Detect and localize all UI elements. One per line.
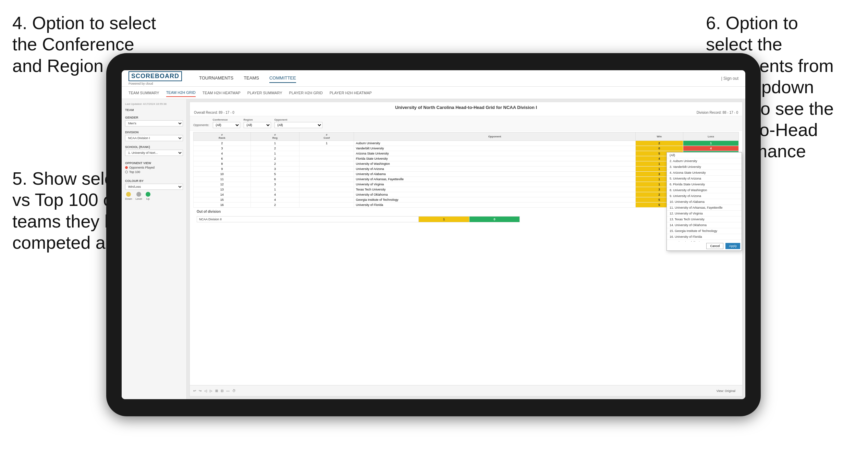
cell-reg: 2 bbox=[250, 161, 299, 167]
colour-dot-up: Up bbox=[146, 192, 150, 200]
overall-record: Overall Record: 89 - 17 - 0 bbox=[194, 111, 234, 114]
table-row: 4 1 Arizona State University 5 1 bbox=[194, 151, 739, 156]
division-select[interactable]: NCAA Division I bbox=[125, 135, 183, 141]
school-label: School (Rank) bbox=[125, 145, 183, 149]
radio-top100-label: Top 100 bbox=[129, 170, 140, 174]
cell-rank: 11 bbox=[194, 177, 251, 182]
cell-reg: 1 bbox=[250, 151, 299, 156]
dropdown-item-4[interactable]: 4. Arizona State University bbox=[667, 170, 742, 176]
gender-section: Gender Men's bbox=[125, 116, 183, 126]
radio-top100[interactable]: Top 100 bbox=[125, 170, 183, 174]
cell-conf bbox=[299, 177, 354, 182]
dropdown-item-3[interactable]: 3. Vanderbilt University bbox=[667, 164, 742, 170]
cell-conf: 1 bbox=[299, 141, 354, 146]
table-body: 2 1 1 Auburn University 2 1 3 2 Vanderbi… bbox=[194, 141, 739, 208]
cell-rank: 15 bbox=[194, 197, 251, 202]
subnav-player-h2h-grid[interactable]: PLAYER H2H GRID bbox=[289, 89, 323, 97]
cell-reg: 2 bbox=[250, 146, 299, 151]
dropdown-item-13[interactable]: 13. Texas Tech University bbox=[667, 217, 742, 222]
dropdown-item-2[interactable]: 2. Auburn University bbox=[667, 158, 742, 164]
dropdown-item-8[interactable]: 8. University of Washington bbox=[667, 187, 742, 193]
subnav-team-summary[interactable]: TEAM SUMMARY bbox=[129, 89, 159, 97]
dropdown-buttons: Cancel Apply bbox=[667, 242, 742, 250]
toolbar-forward[interactable]: ▷ bbox=[210, 389, 212, 393]
nav-signout[interactable]: | Sign out bbox=[721, 76, 738, 81]
dot-down bbox=[126, 192, 131, 197]
radio-opponents-played[interactable]: Opponents Played bbox=[125, 166, 183, 169]
table-row: 15 4 Georgia Institute of Technology 5 0 bbox=[194, 197, 739, 202]
dropdown-item-12[interactable]: 12. University of Virginia bbox=[667, 211, 742, 217]
table-row: 8 2 University of Washington 1 0 bbox=[194, 161, 739, 167]
dropdown-item-14[interactable]: 14. University of Oklahoma bbox=[667, 222, 742, 228]
toolbar-redo[interactable]: ↪ bbox=[199, 389, 201, 393]
cell-opponent: Florida State University bbox=[354, 156, 635, 161]
toolbar-dash: — bbox=[226, 389, 230, 393]
division-label: Division bbox=[125, 131, 183, 134]
dropdown-item-5[interactable]: 5. University of Arizona bbox=[667, 176, 742, 182]
table-row: 11 6 University of Arkansas, Fayettevill… bbox=[194, 177, 739, 182]
colour-by-label: Colour by bbox=[125, 179, 183, 183]
subnav-team-h2h-heatmap[interactable]: TEAM H2H HEATMAP bbox=[203, 89, 241, 97]
subnav-player-summary[interactable]: PLAYER SUMMARY bbox=[247, 89, 282, 97]
th-opponent: Opponent bbox=[354, 132, 635, 141]
region-select[interactable]: (All) bbox=[244, 122, 271, 128]
cell-rank: 16 bbox=[194, 202, 251, 208]
opponent-dropdown[interactable]: (All) 2. Auburn University 3. Vanderbilt… bbox=[667, 152, 742, 251]
subnav-player-h2h-heatmap[interactable]: PLAYER H2H HEATMAP bbox=[330, 89, 372, 97]
nav-committee[interactable]: COMMITTEE bbox=[269, 74, 296, 83]
tablet-frame: SCOREBOARD Powered by cloud TOURNAMENTS … bbox=[106, 53, 761, 416]
dropdown-item-all[interactable]: (All) bbox=[667, 152, 742, 158]
toolbar-back[interactable]: ◁ bbox=[204, 389, 207, 393]
dropdown-item-6[interactable]: 6. Florida State University bbox=[667, 182, 742, 187]
toolbar-copy[interactable]: ⊞ bbox=[215, 389, 218, 393]
cell-conf bbox=[299, 161, 354, 167]
school-section: School (Rank) 1. University of Nort... bbox=[125, 145, 183, 156]
cell-reg: 2 bbox=[250, 156, 299, 161]
subnav-team-h2h-grid[interactable]: TEAM H2H GRID bbox=[166, 89, 196, 97]
cell-conf bbox=[299, 187, 354, 192]
cell-rank: 13 bbox=[194, 187, 251, 192]
nav-bar: SCOREBOARD Powered by cloud TOURNAMENTS … bbox=[122, 70, 745, 87]
cell-opponent: Georgia Institute of Technology bbox=[354, 197, 635, 202]
table-row: 14 4 University of Oklahoma 2 2 bbox=[194, 192, 739, 197]
left-panel: Last Updated: 4/17/2024 16:55:38 Team Ge… bbox=[122, 99, 187, 399]
dropdown-item-15[interactable]: 15. Georgia Institute of Technology bbox=[667, 228, 742, 234]
cell-rank: 2 bbox=[194, 141, 251, 146]
cell-reg: 4 bbox=[250, 197, 299, 202]
cell-reg: 2 bbox=[250, 202, 299, 208]
cell-opponent: University of Washington bbox=[354, 161, 635, 167]
cell-conf bbox=[299, 182, 354, 187]
dropdown-item-11[interactable]: 11. University of Arkansas, Fayetteville bbox=[667, 205, 742, 211]
gender-label: Gender bbox=[125, 116, 183, 119]
dropdown-item-9[interactable]: 9. University of Arizona bbox=[667, 193, 742, 199]
colour-dots: Down Level Up bbox=[125, 192, 183, 200]
cell-rank: 4 bbox=[194, 151, 251, 156]
table-row: 16 2 University of Florida 5 1 bbox=[194, 202, 739, 208]
apply-button[interactable]: Apply bbox=[725, 243, 740, 249]
colour-by-select[interactable]: Win/Loss bbox=[125, 184, 183, 190]
gender-select[interactable]: Men's bbox=[125, 120, 183, 126]
toolbar-clock[interactable]: ⏱ bbox=[232, 389, 236, 393]
nav-tournaments[interactable]: TOURNAMENTS bbox=[199, 74, 233, 83]
cell-opponent: Arizona State University bbox=[354, 151, 635, 156]
cancel-button[interactable]: Cancel bbox=[706, 243, 723, 249]
cell-opponent: Auburn University bbox=[354, 141, 635, 146]
nav-teams[interactable]: TEAMS bbox=[244, 74, 259, 83]
dropdown-item-10[interactable]: 10. University of Alabama bbox=[667, 199, 742, 205]
school-select[interactable]: 1. University of Nort... bbox=[125, 150, 183, 156]
data-header: University of North Carolina Head-to-Hea… bbox=[190, 102, 742, 116]
table-row: 3 2 Vanderbilt University 0 4 bbox=[194, 146, 739, 151]
cell-conf bbox=[299, 192, 354, 197]
team-section: Team bbox=[125, 108, 183, 112]
conference-select[interactable]: (All) bbox=[213, 122, 240, 128]
logo: SCOREBOARD Powered by cloud bbox=[129, 71, 192, 85]
toolbar-paste[interactable]: ⊟ bbox=[221, 389, 223, 393]
cell-rank: 8 bbox=[194, 161, 251, 167]
cell-conf bbox=[299, 197, 354, 202]
colour-by-section: Colour by Win/Loss Down Level bbox=[125, 179, 183, 200]
opponent-select[interactable]: (All) bbox=[274, 122, 322, 128]
sub-nav: TEAM SUMMARY TEAM H2H GRID TEAM H2H HEAT… bbox=[122, 87, 745, 99]
toolbar-undo[interactable]: ↩ bbox=[193, 389, 196, 393]
dropdown-item-16[interactable]: 16. University of Florida bbox=[667, 234, 742, 240]
data-title: University of North Carolina Head-to-Hea… bbox=[194, 105, 738, 110]
